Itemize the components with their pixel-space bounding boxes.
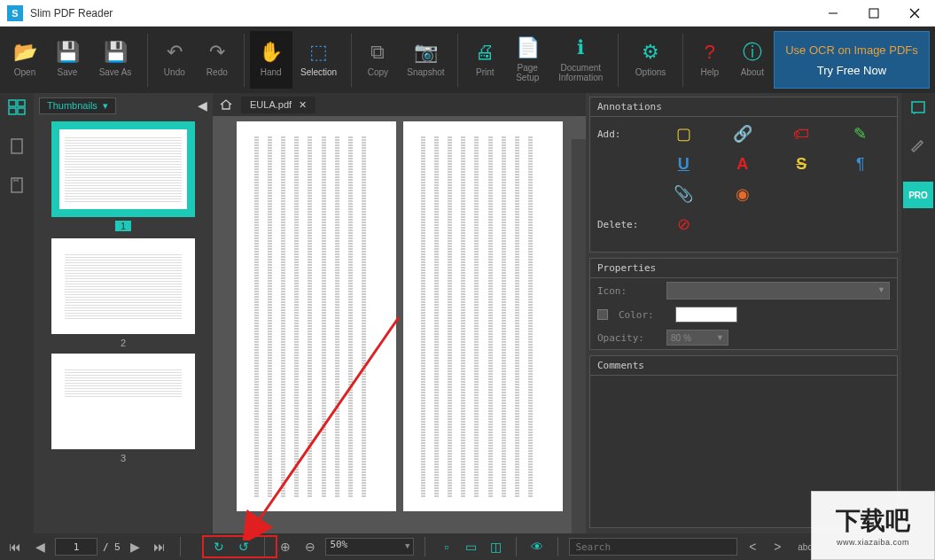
rotate-cw-button[interactable]: ↻	[209, 537, 229, 556]
selection-tool-button[interactable]: ⬚Selection	[292, 31, 346, 89]
collapse-panel-button[interactable]: ◀	[198, 98, 207, 113]
watermark-icon[interactable]: ◉	[732, 184, 753, 204]
promo-banner[interactable]: Use OCR on Image PDFs Try Free Now	[774, 31, 930, 89]
rotate-ccw-button[interactable]: ↺	[234, 537, 253, 556]
titlebar: S Slim PDF Reader	[0, 0, 935, 27]
pdf-page-1-right	[403, 121, 563, 511]
search-prev-button[interactable]: <	[743, 537, 762, 556]
svg-rect-1	[869, 9, 878, 18]
thumbnail-list[interactable]: 1 2 3	[34, 118, 213, 533]
about-button[interactable]: ⓘAbout	[731, 31, 774, 89]
folder-icon: 📂	[13, 43, 37, 62]
save-icon: 💾	[56, 43, 80, 62]
watermark-url: www.xiazaiba.com	[837, 538, 909, 547]
delete-label: Delete:	[597, 219, 654, 230]
vertical-scrollbar[interactable]	[572, 139, 586, 533]
redo-button[interactable]: ↷Redo	[196, 31, 238, 89]
zoom-dropdown[interactable]: 50%	[325, 538, 414, 556]
svg-rect-10	[912, 102, 924, 113]
close-button[interactable]	[894, 0, 935, 27]
strikeout-icon[interactable]: S	[791, 154, 812, 174]
view-facing-button[interactable]: ◫	[486, 537, 505, 556]
snapshot-button[interactable]: 📷Snapshot	[399, 31, 452, 89]
note-icon[interactable]: ▢	[673, 124, 694, 144]
icon-property-label: Icon:	[597, 285, 659, 297]
copy-button[interactable]: ⧉Copy	[356, 31, 399, 89]
prev-page-button[interactable]: ◀	[30, 537, 50, 556]
page-total: / 5	[103, 541, 120, 553]
document-tab[interactable]: EULA.pdf✕	[241, 97, 316, 113]
view-single-button[interactable]: ▫	[436, 537, 456, 556]
minimize-button[interactable]	[813, 0, 853, 27]
view-continuous-button[interactable]: ▭	[461, 537, 480, 556]
maximize-button[interactable]	[853, 0, 894, 27]
attachment-icon[interactable]: 📎	[673, 184, 694, 204]
delete-annotation-icon[interactable]: ⊘	[673, 214, 694, 234]
pro-badge[interactable]: PRO	[903, 182, 933, 208]
underline-icon[interactable]: U	[673, 154, 694, 174]
thumbnail-page-3[interactable]: 3	[51, 354, 195, 463]
home-tab-button[interactable]	[216, 96, 236, 113]
redo-icon: ↷	[209, 43, 225, 62]
selection-icon: ⬚	[309, 43, 328, 62]
svg-rect-4	[9, 100, 16, 106]
link-icon[interactable]: 🔗	[732, 124, 753, 144]
save-button[interactable]: 💾Save	[46, 31, 89, 89]
opacity-dropdown[interactable]: 80 %	[666, 330, 729, 346]
edit-rail-button[interactable]	[906, 136, 931, 157]
icon-property-dropdown[interactable]	[666, 282, 890, 299]
view-mode-button[interactable]: 👁	[527, 537, 547, 556]
stamp-icon[interactable]: 🏷	[791, 124, 812, 144]
close-tab-icon[interactable]: ✕	[299, 99, 307, 111]
help-button[interactable]: ?Help	[689, 31, 731, 89]
info-icon: ℹ	[577, 38, 584, 58]
annotations-header: Annotations	[590, 97, 897, 117]
search-next-button[interactable]: >	[767, 537, 787, 556]
color-property-label: Color:	[619, 309, 668, 321]
svg-rect-7	[18, 108, 25, 114]
bookmarks-rail-button[interactable]	[4, 136, 29, 157]
paragraph-icon[interactable]: ¶	[850, 154, 871, 174]
first-page-button[interactable]: ⏮	[5, 537, 25, 556]
attachments-rail-button[interactable]	[4, 175, 29, 196]
search-input[interactable]	[569, 538, 737, 556]
document-viewport[interactable]	[213, 116, 586, 533]
right-panel: Annotations Add: ▢ 🔗 🏷 ✎ U A	[586, 93, 901, 533]
page-setup-button[interactable]: 📄Page Setup	[506, 31, 549, 89]
svg-rect-8	[12, 139, 22, 153]
text-icon[interactable]: A	[732, 154, 753, 174]
properties-header: Properties	[590, 259, 897, 278]
page-number-input[interactable]	[55, 538, 97, 556]
undo-button[interactable]: ↶Undo	[153, 31, 196, 89]
watermark-overlay: 下载吧 www.xiazaiba.com	[811, 491, 935, 560]
bottom-bar: ⏮ ◀ / 5 ▶ ⏭ ↻ ↺ ⊕ ⊖ 50% ▫ ▭ ◫ 👁 < > abc	[0, 533, 935, 560]
color-checkbox[interactable]	[597, 309, 608, 320]
open-button[interactable]: 📂Open	[4, 31, 46, 89]
doc-info-button[interactable]: ℹDocument Information	[549, 31, 612, 89]
zoom-in-button[interactable]: ⊕	[276, 537, 295, 556]
last-page-button[interactable]: ⏭	[150, 537, 169, 556]
print-icon: 🖨	[475, 43, 495, 62]
thumbnail-page-1[interactable]: 1	[51, 121, 195, 233]
save-as-button[interactable]: 💾Save As	[89, 31, 142, 89]
help-icon: ?	[705, 43, 715, 62]
hand-tool-button[interactable]: ✋Hand	[250, 31, 292, 89]
about-icon: ⓘ	[743, 43, 762, 62]
thumbnails-dropdown[interactable]: Thumbnails ▾	[39, 97, 116, 114]
highlight-icon[interactable]: ✎	[850, 124, 871, 144]
left-rail	[0, 93, 34, 533]
thumbnail-page-2[interactable]: 2	[51, 238, 195, 348]
gear-icon: ⚙	[642, 43, 659, 62]
color-swatch[interactable]	[675, 307, 737, 323]
camera-icon: 📷	[414, 43, 438, 62]
thumbnails-rail-button[interactable]	[4, 97, 29, 118]
annotations-rail-button[interactable]	[906, 97, 931, 118]
main-toolbar: 📂Open 💾Save 💾Save As ↶Undo ↷Redo ✋Hand ⬚…	[0, 27, 935, 93]
next-page-button[interactable]: ▶	[125, 537, 144, 556]
options-button[interactable]: ⚙Options	[624, 31, 677, 89]
comments-header: Comments	[590, 356, 897, 376]
thumbnails-panel: Thumbnails ▾ ◀ 1 2 3	[34, 93, 213, 533]
print-button[interactable]: 🖨Print	[464, 31, 506, 89]
zoom-out-button[interactable]: ⊖	[300, 537, 320, 556]
app-title: Slim PDF Reader	[30, 7, 113, 19]
